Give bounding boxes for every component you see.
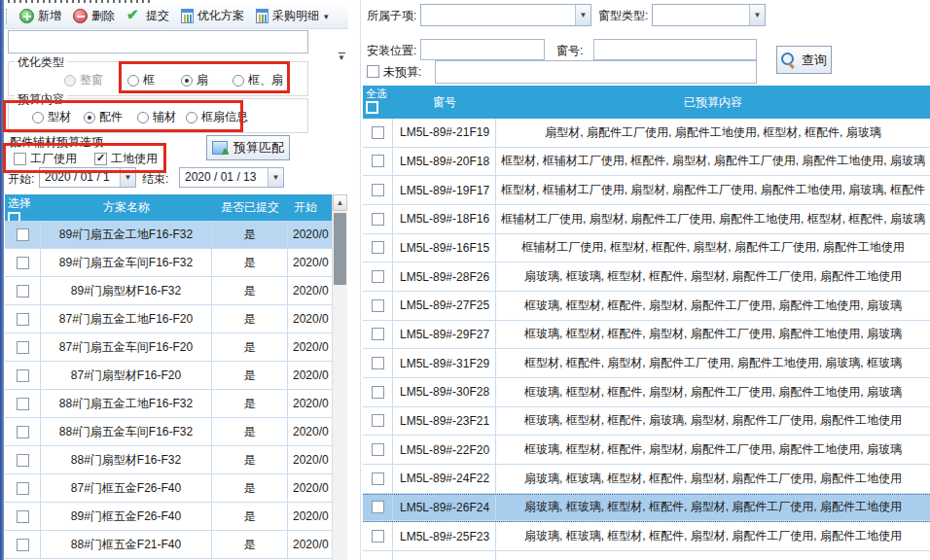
budget-table-row[interactable]: LM5L-89#-28F26扇玻璃, 框玻璃, 框型材, 框配件, 扇型材, 扇…: [363, 262, 930, 292]
plan-table-row[interactable]: 87#门扇型材F16-F20是2020/0: [5, 362, 332, 390]
budget-table-row[interactable]: LM5L-89#-24F22扇玻璃, 框玻璃, 框型材, 框配件, 扇型材, 扇…: [363, 465, 930, 494]
toolbar-button[interactable]: 采购明细▾: [251, 6, 334, 26]
no-budget-input[interactable]: [435, 60, 757, 84]
select-all-header-label: 全选: [366, 87, 387, 101]
budget-table-row[interactable]: LM5L-89#-31F29框型材, 框配件, 扇型材, 扇配件工厂使用, 扇配…: [363, 349, 930, 378]
radio-icon[interactable]: [32, 112, 44, 123]
budget-table-row[interactable]: LM5L-89#-27F25框玻璃, 框型材, 框配件, 扇型材, 扇配件工厂使…: [363, 292, 930, 321]
budget-table-row[interactable]: LM5L-89#-23F21框玻璃, 框型材, 框配件, 扇玻璃, 扇型材, 扇…: [363, 407, 930, 437]
row-checkbox[interactable]: [17, 454, 29, 467]
toolbar-overflow-icon[interactable]: ▼: [335, 49, 348, 65]
plan-table-row[interactable]: 89#门扇五金工地F16-F32是2020/0: [5, 221, 332, 249]
plan-table-row[interactable]: 89#门扇五金车间F16-F32是2020/0: [5, 249, 332, 277]
row-checkbox[interactable]: [17, 257, 29, 269]
plan-table-row[interactable]: 88#门扇五金工地F16-F32是2020/0: [5, 390, 332, 418]
row-checkbox[interactable]: [17, 510, 29, 523]
select-all-checkbox[interactable]: [8, 212, 20, 221]
row-checkbox[interactable]: [372, 184, 384, 196]
window-type-select[interactable]: ▼: [652, 4, 766, 26]
toolbar-button[interactable]: 优化方案: [176, 6, 249, 26]
radio-option[interactable]: 框、扇: [232, 72, 283, 88]
row-checkbox[interactable]: [17, 341, 29, 354]
plan-table-row[interactable]: 89#门框五金F26-F40是2020/0: [5, 503, 332, 531]
row-checkbox[interactable]: [17, 285, 29, 298]
usage-checkbox-option[interactable]: 工厂使用: [14, 151, 77, 167]
budget-table-row[interactable]: LM5L-89#-21F19扇型材, 扇配件工厂使用, 扇配件工地使用, 框型材…: [363, 119, 930, 148]
row-checkbox[interactable]: [372, 241, 384, 254]
scroll-up-icon[interactable]: ▲: [333, 194, 347, 211]
row-checkbox[interactable]: [372, 299, 384, 312]
usage-checkbox-option[interactable]: 工地使用: [94, 151, 158, 167]
toolbar-button[interactable]: 提交: [122, 6, 174, 26]
budget-table-row[interactable]: LM5L-89#-25F23扇玻璃, 框玻璃, 框型材, 框配件, 扇型材, 扇…: [363, 522, 930, 551]
checkbox-icon[interactable]: [94, 153, 107, 165]
radio-icon[interactable]: [232, 75, 244, 87]
radio-option[interactable]: 辅材: [137, 109, 176, 125]
query-button[interactable]: 查询: [776, 46, 832, 74]
plan-filter-input[interactable]: [8, 30, 308, 53]
window-no-input[interactable]: [593, 39, 757, 60]
budget-table-row[interactable]: LM5L-89#-16F15框辅材工厂使用, 框型材, 框配件, 扇型材, 扇配…: [363, 234, 930, 263]
budget-table-row[interactable]: LM5L-89#-19F17框型材, 框辅材工厂使用, 扇型材, 扇配件工厂使用…: [363, 176, 930, 205]
row-checkbox[interactable]: [17, 369, 29, 382]
row-checkbox[interactable]: [17, 482, 29, 495]
row-checkbox[interactable]: [372, 386, 384, 399]
row-checkbox[interactable]: [372, 443, 384, 456]
end-date-picker[interactable]: 2020 / 01 / 13 ▼: [179, 167, 284, 188]
plan-table-row[interactable]: 88#门框五金F21-F40是2020/0: [5, 531, 332, 559]
row-checkbox[interactable]: [17, 398, 29, 410]
chevron-down-icon[interactable]: ▼: [575, 5, 590, 25]
row-checkbox[interactable]: [372, 155, 384, 167]
row-checkbox[interactable]: [372, 328, 384, 340]
chevron-down-icon[interactable]: ▼: [268, 168, 283, 187]
no-budget-checkbox[interactable]: [367, 65, 379, 78]
radio-option[interactable]: 配件: [84, 109, 123, 125]
toolbar-button[interactable]: 删除: [68, 6, 120, 26]
budget-table-row[interactable]: LM5L-89#-18F16框辅材工厂使用, 扇型材, 扇配件工厂使用, 扇配件…: [363, 205, 930, 234]
plan-table-row[interactable]: 88#门扇型材F16-F32是2020/0: [5, 446, 332, 474]
chevron-down-icon[interactable]: ▼: [120, 168, 135, 187]
row-checkbox[interactable]: [17, 426, 29, 438]
sub-item-select[interactable]: ▼: [420, 4, 591, 26]
row-checkbox[interactable]: [372, 501, 384, 513]
row-checkbox[interactable]: [372, 126, 384, 139]
radio-icon[interactable]: [84, 112, 95, 123]
budget-table-row[interactable]: LM5L-89#-26F24扇玻璃, 框玻璃, 框型材, 框配件, 扇型材, 扇…: [363, 494, 930, 523]
budget-table-row[interactable]: LM5L-89#-29F27框玻璃, 框型材, 框配件, 扇型材, 扇配件工厂使…: [363, 321, 930, 350]
toolbar-grip[interactable]: [6, 9, 10, 24]
plan-table-row[interactable]: 89#门扇型材F16-F32是2020/0: [5, 277, 332, 305]
row-checkbox[interactable]: [372, 357, 384, 369]
radio-icon[interactable]: [181, 75, 193, 87]
start-date-picker[interactable]: 2020 / 01 / 1 ▼: [39, 167, 136, 188]
plan-table-row[interactable]: 87#门框五金F26-F40是2020/0: [5, 474, 332, 503]
chevron-down-icon[interactable]: ▼: [749, 5, 765, 25]
budget-table-row[interactable]: LM5L-89#-22F20框玻璃, 框型材, 框配件, 扇型材, 扇配件工厂使…: [363, 436, 930, 465]
select-all-checkbox[interactable]: [366, 101, 378, 114]
plan-table-row[interactable]: 88#门扇五金车间F16-F32是2020/0: [5, 418, 332, 446]
row-checkbox[interactable]: [17, 313, 29, 326]
row-checkbox[interactable]: [372, 270, 384, 283]
row-checkbox[interactable]: [372, 414, 384, 427]
install-pos-input[interactable]: [420, 39, 545, 60]
row-checkbox[interactable]: [17, 228, 29, 241]
radio-option[interactable]: 框扇信息: [186, 109, 248, 125]
plan-table-scrollbar[interactable]: ▲: [332, 194, 347, 560]
row-checkbox[interactable]: [372, 213, 384, 226]
plan-table-row[interactable]: 87#门扇五金工地F16-F20是2020/0: [5, 305, 332, 333]
budget-table-row[interactable]: LM5L-89#-30F28框玻璃, 框型材, 框配件, 扇型材, 扇配件工厂使…: [363, 378, 930, 407]
budget-match-button[interactable]: 预算匹配: [206, 135, 290, 160]
row-checkbox[interactable]: [17, 539, 29, 551]
radio-option[interactable]: 型材: [32, 109, 71, 125]
radio-option[interactable]: 框: [127, 72, 155, 88]
plan-table-row[interactable]: 87#门扇五金车间F16-F20是2020/0: [5, 333, 332, 362]
radio-icon[interactable]: [127, 75, 139, 87]
budget-table-row[interactable]: LM5L-89#-20F18框型材, 框辅材工厂使用, 框配件, 扇型材, 扇配…: [363, 148, 930, 177]
row-checkbox[interactable]: [372, 530, 384, 542]
scrollbar-thumb[interactable]: [334, 213, 346, 285]
row-checkbox[interactable]: [372, 472, 384, 485]
checkbox-icon[interactable]: [14, 153, 26, 165]
toolbar-button[interactable]: 新增: [15, 6, 66, 26]
radio-icon[interactable]: [186, 112, 197, 123]
radio-option[interactable]: 扇: [181, 72, 208, 88]
radio-icon[interactable]: [137, 112, 149, 123]
